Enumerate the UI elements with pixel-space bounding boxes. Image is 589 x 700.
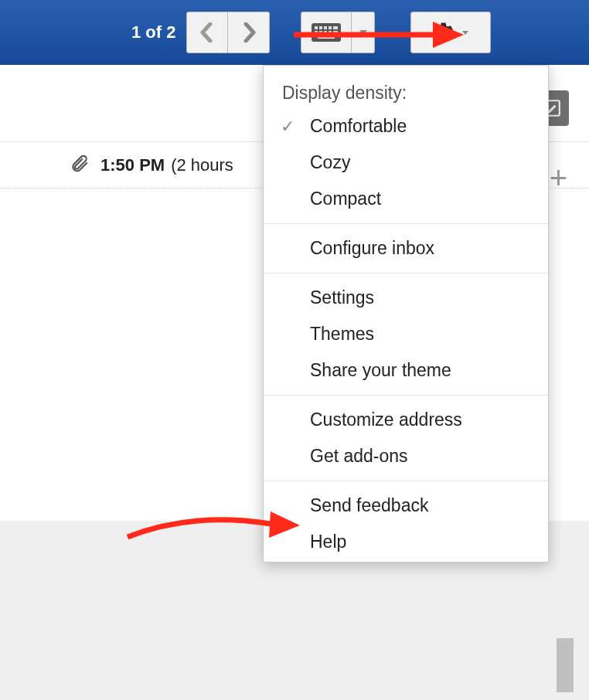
menu-item-label: Settings bbox=[310, 287, 374, 308]
pager-nav-group bbox=[186, 12, 270, 53]
themes-item[interactable]: Themes bbox=[264, 316, 548, 352]
density-comfortable-item[interactable]: ✓ Comfortable bbox=[264, 108, 548, 144]
attachment-icon bbox=[70, 153, 90, 178]
density-cozy-item[interactable]: Cozy bbox=[264, 144, 548, 181]
svg-rect-8 bbox=[324, 31, 327, 34]
customize-address-item[interactable]: Customize address bbox=[264, 402, 548, 438]
menu-item-label: Get add-ons bbox=[310, 446, 408, 467]
menu-item-label: Cozy bbox=[310, 152, 350, 173]
send-feedback-item[interactable]: Send feedback bbox=[264, 488, 548, 524]
svg-rect-10 bbox=[333, 31, 338, 34]
menu-item-label: Share your theme bbox=[310, 360, 451, 381]
svg-rect-7 bbox=[319, 31, 322, 34]
settings-item[interactable]: Settings bbox=[264, 280, 548, 316]
menu-divider bbox=[264, 273, 548, 274]
svg-rect-2 bbox=[319, 26, 322, 29]
menu-item-label: Themes bbox=[310, 324, 374, 345]
check-icon: ✓ bbox=[281, 117, 294, 137]
add-side-button[interactable]: + bbox=[550, 161, 567, 195]
message-timestamp: 1:50 PM bbox=[100, 155, 165, 175]
pager-count: 1 of 2 bbox=[131, 22, 175, 42]
settings-button[interactable] bbox=[410, 12, 491, 53]
menu-divider bbox=[264, 481, 548, 481]
chevron-right-icon bbox=[241, 22, 257, 42]
get-addons-item[interactable]: Get add-ons bbox=[264, 438, 548, 474]
svg-rect-9 bbox=[329, 31, 332, 34]
caret-down-icon bbox=[461, 30, 469, 36]
caret-down-icon bbox=[359, 29, 368, 36]
svg-rect-5 bbox=[333, 26, 338, 29]
next-button[interactable] bbox=[228, 12, 270, 53]
density-compact-item[interactable]: Compact bbox=[264, 181, 548, 217]
input-tools-button[interactable] bbox=[301, 12, 352, 53]
gear-icon bbox=[432, 21, 455, 44]
menu-item-label: Send feedback bbox=[310, 495, 428, 516]
settings-dropdown: Display density: ✓ Comfortable Cozy Comp… bbox=[263, 65, 549, 562]
svg-rect-1 bbox=[315, 26, 318, 29]
density-section-label: Display density: bbox=[264, 73, 548, 108]
chevron-left-icon bbox=[199, 22, 215, 42]
menu-divider bbox=[264, 223, 548, 224]
menu-item-label: Comfortable bbox=[310, 116, 407, 137]
prev-button[interactable] bbox=[186, 12, 228, 53]
input-tools-dropdown-button[interactable] bbox=[352, 12, 375, 53]
settings-group bbox=[410, 12, 491, 53]
scrollbar-thumb[interactable] bbox=[557, 638, 574, 692]
input-tools-group bbox=[301, 12, 375, 53]
menu-divider bbox=[264, 395, 548, 396]
svg-rect-6 bbox=[315, 31, 318, 34]
share-theme-item[interactable]: Share your theme bbox=[264, 352, 548, 389]
configure-inbox-item[interactable]: Configure inbox bbox=[264, 230, 548, 267]
header-toolbar: 1 of 2 bbox=[0, 0, 589, 65]
message-relative-time: (2 hours bbox=[171, 155, 233, 175]
menu-item-label: Configure inbox bbox=[310, 238, 434, 259]
menu-item-label: Help bbox=[310, 532, 346, 552]
svg-rect-3 bbox=[324, 26, 327, 29]
svg-rect-11 bbox=[318, 36, 335, 39]
svg-rect-4 bbox=[329, 26, 332, 29]
menu-item-label: Customize address bbox=[310, 409, 462, 430]
menu-item-label: Compact bbox=[310, 189, 381, 209]
help-item[interactable]: Help bbox=[264, 524, 548, 560]
keyboard-icon bbox=[312, 23, 341, 42]
